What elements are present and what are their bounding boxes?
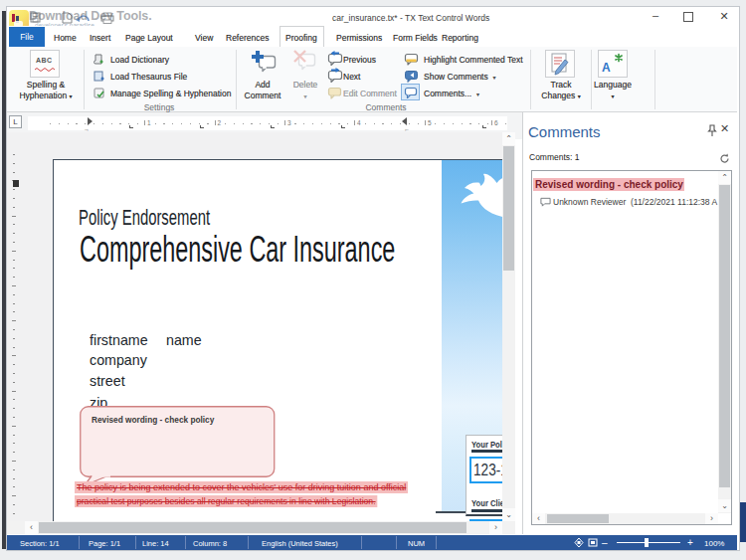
svg-text:A: A (602, 61, 611, 75)
